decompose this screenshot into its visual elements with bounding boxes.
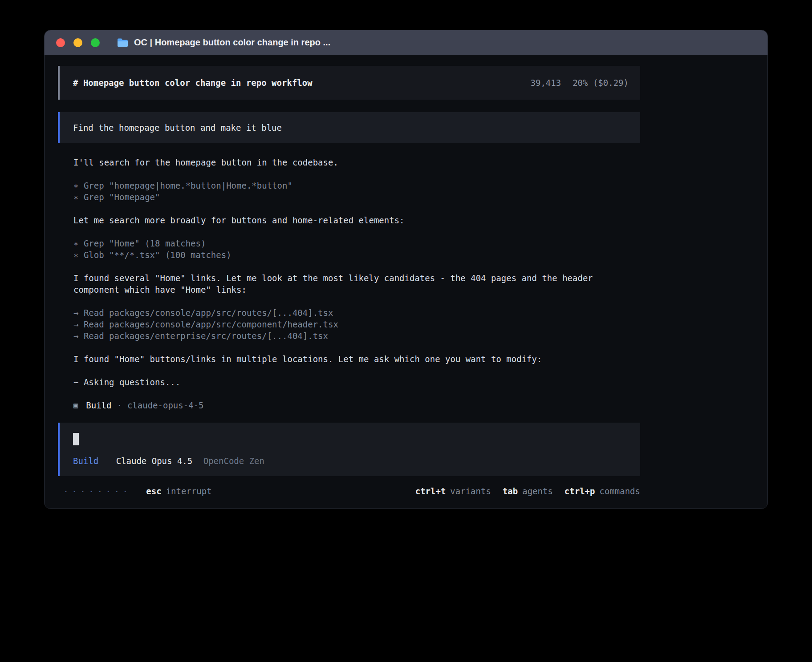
zoom-button[interactable] xyxy=(91,38,100,47)
terminal-window: OC | Homepage button color change in rep… xyxy=(45,30,767,509)
agent-name: Build xyxy=(86,400,111,411)
window-title: OC | Homepage button color change in rep… xyxy=(134,37,330,48)
tool-call-glob: ∗ Glob "**/*.tsx" (100 matches) xyxy=(73,249,754,261)
tool-call-grep: ∗ Grep "homepage|home.*button|Home.*butt… xyxy=(73,180,754,191)
model-name: Claude Opus 4.5 xyxy=(116,456,193,466)
hint-variants: ctrl+t variants xyxy=(415,485,491,497)
traffic-lights xyxy=(56,38,100,47)
assistant-paragraph: I found several "Home" links. Let me loo… xyxy=(73,272,630,295)
hint-key: tab xyxy=(503,485,518,497)
tool-call-grep: ∗ Grep "Home" (18 matches) xyxy=(73,238,754,249)
close-button[interactable] xyxy=(56,38,65,47)
terminal-content: # Homepage button color change in repo w… xyxy=(45,55,767,509)
tool-call-grep: ∗ Grep "Homepage" xyxy=(73,191,754,203)
agent-square-icon: ▣ xyxy=(73,400,78,411)
tool-call-group: ∗ Grep "Home" (18 matches) ∗ Glob "**/*.… xyxy=(73,238,754,261)
hint-label: variants xyxy=(450,485,491,497)
agent-info-line: ▣ Build · claude-opus-4-5 xyxy=(73,400,754,411)
hint-key: ctrl+p xyxy=(564,485,595,497)
assistant-paragraph: I found "Home" buttons/links in multiple… xyxy=(73,353,630,365)
session-usage: 39,413 20% ($0.29) xyxy=(531,77,629,89)
interrupt-label: interrupt xyxy=(166,485,212,497)
tool-call-group: → Read packages/console/app/src/routes/[… xyxy=(73,307,754,342)
hint-label: agents xyxy=(522,485,553,497)
mode-name: Build xyxy=(73,456,98,466)
session-header: # Homepage button color change in repo w… xyxy=(58,66,640,100)
hint-label: commands xyxy=(599,485,640,497)
status-bar: ········ esc interrupt ctrl+t variants t… xyxy=(58,482,640,500)
agent-separator: · xyxy=(117,400,122,411)
tool-call-read: → Read packages/enterprise/src/routes/[.… xyxy=(73,330,754,342)
hint-agents: tab agents xyxy=(503,485,553,497)
user-message-text: Find the homepage button and make it blu… xyxy=(73,123,282,133)
model-provider: OpenCode Zen xyxy=(203,456,264,466)
input-mode-line: Build Claude Opus 4.5 OpenCode Zen xyxy=(73,455,629,467)
asking-questions-status: ~ Asking questions... xyxy=(73,376,630,388)
agent-model: claude-opus-4-5 xyxy=(127,400,204,411)
text-cursor xyxy=(73,433,79,445)
tool-call-read: → Read packages/console/app/src/componen… xyxy=(73,319,754,330)
minimize-button[interactable] xyxy=(73,38,82,47)
session-title: # Homepage button color change in repo w… xyxy=(73,77,313,89)
hint-key: ctrl+t xyxy=(415,485,446,497)
esc-key-hint: esc xyxy=(146,485,161,497)
tool-call-group: ∗ Grep "homepage|home.*button|Home.*butt… xyxy=(73,180,754,203)
assistant-paragraph: Let me search more broadly for buttons a… xyxy=(73,214,630,226)
spinner-dots-icon: ········ xyxy=(63,485,131,497)
folder-icon xyxy=(117,37,129,48)
tool-call-read: → Read packages/console/app/src/routes/[… xyxy=(73,307,754,319)
prompt-input[interactable]: Build Claude Opus 4.5 OpenCode Zen xyxy=(58,423,640,476)
user-message: Find the homepage button and make it blu… xyxy=(58,112,640,143)
assistant-paragraph: I'll search for the homepage button in t… xyxy=(73,157,630,168)
status-bar-right: ctrl+t variants tab agents ctrl+p comman… xyxy=(415,485,640,497)
token-count: 39,413 xyxy=(531,77,561,89)
status-bar-left: ········ esc interrupt xyxy=(58,485,212,497)
context-usage: 20% ($0.29) xyxy=(572,77,629,89)
hint-commands: ctrl+p commands xyxy=(564,485,640,497)
title-bar: OC | Homepage button color change in rep… xyxy=(45,30,767,55)
